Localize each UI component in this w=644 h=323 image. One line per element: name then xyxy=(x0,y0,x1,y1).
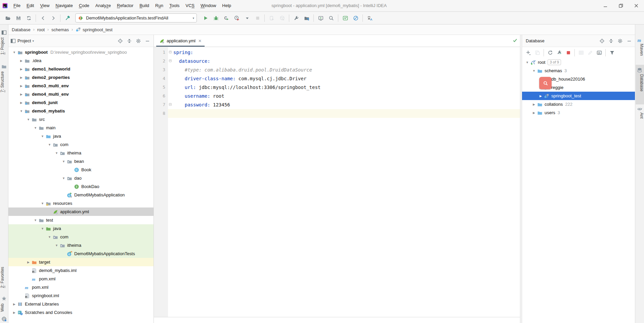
power-save-button[interactable] xyxy=(350,13,361,23)
expand-arrow-icon[interactable]: ▼ xyxy=(60,160,67,163)
expand-arrow-icon[interactable]: ▼ xyxy=(39,227,46,230)
project-tree-row-pom-xml[interactable]: mpom.xml xyxy=(8,283,154,291)
expand-arrow-icon[interactable]: ▶ xyxy=(531,103,537,106)
database-tree-row-springboot-test[interactable]: ▶springboot_test xyxy=(522,92,635,100)
code-line-6[interactable]: 6 username: root xyxy=(154,92,520,100)
fold-marker[interactable] xyxy=(168,100,173,109)
breadcrumb-springboot_test[interactable]: springboot_test xyxy=(76,27,113,32)
profiler-button[interactable] xyxy=(231,13,242,23)
project-window-icon[interactable] xyxy=(0,30,8,35)
project-tree-row--idea[interactable]: ▶.idea xyxy=(8,56,154,65)
menu-navigate[interactable]: Navigate xyxy=(52,0,76,11)
expand-arrow-icon[interactable]: ▶ xyxy=(18,93,25,96)
close-button[interactable] xyxy=(629,0,644,11)
fold-icon[interactable] xyxy=(169,59,172,62)
debug-button[interactable] xyxy=(211,13,221,23)
fold-marker[interactable] xyxy=(168,48,173,57)
tool-stripe-ant[interactable]: Ant xyxy=(635,112,644,119)
project-tree-row-scratches-and-consoles[interactable]: ▶Scratches and Consoles xyxy=(8,308,154,317)
menu-code[interactable]: Code xyxy=(76,0,92,11)
hide-button[interactable] xyxy=(625,37,633,45)
project-tree-row-test[interactable]: ▼test xyxy=(8,216,154,224)
project-tree-row-demo1-helloworld[interactable]: ▶demo1_helloworld xyxy=(8,65,154,73)
project-tree-row-target[interactable]: ▶target xyxy=(8,258,154,266)
expand-arrow-icon[interactable]: ▼ xyxy=(32,126,39,130)
hide-button[interactable] xyxy=(143,37,152,45)
web-globe-icon[interactable] xyxy=(0,316,8,322)
project-tree-row-pom-xml[interactable]: mpom.xml xyxy=(8,275,154,283)
project-tree-row-book[interactable]: CBook xyxy=(8,166,154,174)
chevron-down-icon[interactable]: ▾ xyxy=(32,39,34,43)
expand-arrow-icon[interactable]: ▼ xyxy=(60,177,67,180)
project-tree-row-demo5-junit[interactable]: ▶demo5_junit xyxy=(8,98,154,107)
expand-arrow-icon[interactable]: ▼ xyxy=(39,202,46,205)
code-line-7[interactable]: 7 password: 123456 xyxy=(154,100,520,109)
expand-arrow-icon[interactable]: ▶ xyxy=(18,67,25,71)
settings-gear-button[interactable] xyxy=(134,37,142,45)
settings-gear-button[interactable] xyxy=(616,37,624,45)
maven-m-icon[interactable]: m xyxy=(635,38,644,43)
expand-arrow-icon[interactable]: ▶ xyxy=(18,76,25,79)
menu-file[interactable]: File xyxy=(10,0,24,11)
project-tree-row-demo3-multi-env[interactable]: ▶demo3_multi_env xyxy=(8,82,154,90)
project-tree-row-itheima[interactable]: ▼itheima xyxy=(8,149,154,157)
expand-arrow-icon[interactable]: ▼ xyxy=(46,235,53,239)
database-tree-row-users[interactable]: ▶users3 xyxy=(522,108,635,117)
refresh-button[interactable] xyxy=(546,48,555,57)
locate-button[interactable] xyxy=(598,37,606,45)
locate-button[interactable] xyxy=(116,37,124,45)
project-tree-row-resources[interactable]: ▼resources xyxy=(8,199,154,207)
menu-vcs[interactable]: VCS xyxy=(182,0,198,11)
open-project-button[interactable] xyxy=(3,13,13,23)
expand-arrow-icon[interactable]: ▶ xyxy=(11,311,17,314)
add-button[interactable] xyxy=(524,48,533,57)
code-editor[interactable]: 1spring:2 datasource:3 #type: com.alibab… xyxy=(154,47,520,317)
run-coverage-button[interactable]: C xyxy=(221,13,231,23)
expand-arrow-icon[interactable]: ▶ xyxy=(18,101,25,104)
tool-stripe-database[interactable]: Database xyxy=(635,74,644,91)
database-tree-row-root[interactable]: ▼root3 of 9 xyxy=(522,58,635,66)
performance-monitor-button[interactable] xyxy=(340,13,350,23)
favorites-star-icon[interactable] xyxy=(0,296,8,301)
database-tree-row-schemas[interactable]: ▼schemas3 xyxy=(522,66,635,75)
project-tree-row-demo2-properties[interactable]: ▶demo2_properties xyxy=(8,73,154,82)
expand-arrow-icon[interactable]: ▶ xyxy=(18,84,25,88)
project-tree-row-itheima[interactable]: ▼itheima xyxy=(8,241,154,249)
project-tree-row-bean[interactable]: ▼bean xyxy=(8,157,154,166)
collapse-all-button[interactable] xyxy=(125,37,133,45)
project-tree-row-springboot[interactable]: ▼springbootD:\review_springboot\review_s… xyxy=(8,48,154,56)
code-line-8[interactable]: 8 xyxy=(154,109,520,118)
project-tree-row-java[interactable]: ▼java xyxy=(8,132,154,140)
expand-arrow-icon[interactable]: ▼ xyxy=(53,244,60,247)
tool-stripe-maven[interactable]: Maven xyxy=(635,44,644,56)
project-tree-row-external-libraries[interactable]: ▶External Libraries xyxy=(8,300,154,308)
project-tree-row-dao[interactable]: ▼dao xyxy=(8,174,154,182)
forward-arrow-button[interactable] xyxy=(48,13,58,23)
project-tree-row-bookdao[interactable]: IBookDao xyxy=(8,182,154,191)
project-tree-row-application-yml[interactable]: application.yml xyxy=(8,207,154,216)
restore-button[interactable] xyxy=(613,0,629,11)
back-arrow-button[interactable] xyxy=(38,13,48,23)
tool-stripe-favorites[interactable]: 2: Favorites xyxy=(0,267,8,288)
menu-refactor[interactable]: Refactor xyxy=(114,0,136,11)
expand-arrow-icon[interactable]: ▼ xyxy=(32,219,39,222)
tool-stripe-structure[interactable]: 7: Structure xyxy=(0,72,8,92)
expand-arrow-icon[interactable]: ▼ xyxy=(18,109,25,113)
project-tree-row-demo6mybatisapplicationtests[interactable]: cDemo6MybatisApplicationTests xyxy=(8,249,154,258)
database-tree-row-collations[interactable]: ▶collations222 xyxy=(522,100,635,108)
expand-arrow-icon[interactable]: ▶ xyxy=(11,303,17,306)
menu-help[interactable]: Help xyxy=(219,0,234,11)
code-line-3[interactable]: 3 #type: com.alibaba.druid.pool.DruidDat… xyxy=(154,65,520,74)
db-stack-icon[interactable] xyxy=(635,67,644,73)
run-button[interactable] xyxy=(200,13,211,23)
project-tree-row-main[interactable]: ▼main xyxy=(8,124,154,132)
project-tree-row-demo6mybatisapplication[interactable]: cDemo6MybatisApplication xyxy=(8,191,154,199)
project-structure-button[interactable] xyxy=(301,13,312,23)
code-line-1[interactable]: 1spring: xyxy=(154,48,520,57)
expand-arrow-icon[interactable]: ▶ xyxy=(531,111,537,114)
breadcrumb-root[interactable]: root xyxy=(37,27,45,32)
expand-arrow-icon[interactable]: ▼ xyxy=(46,143,53,146)
project-tree-row-com[interactable]: ▼com xyxy=(8,233,154,241)
expand-arrow-icon[interactable]: ▶ xyxy=(538,94,544,98)
project-tree-row-springboot-iml[interactable]: springboot.iml xyxy=(8,291,154,300)
